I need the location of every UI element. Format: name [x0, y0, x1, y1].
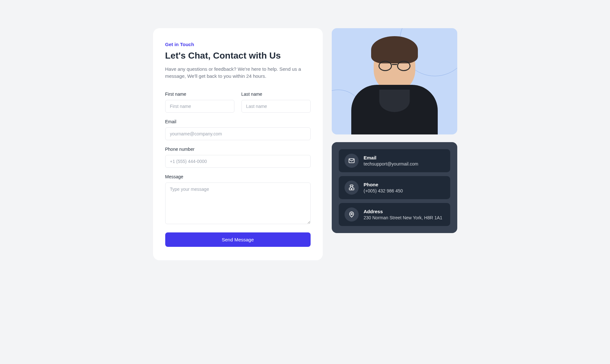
contact-info-text: Email techsupport@yourmail.com	[364, 155, 419, 166]
first-name-group: First name	[165, 92, 234, 113]
map-pin-icon	[345, 207, 359, 222]
phone-group: Phone number	[165, 147, 311, 168]
contact-value: (+005) 432 986 450	[364, 188, 403, 193]
page-title: Let's Chat, Contact with Us	[165, 50, 311, 61]
name-row: First name Last name	[165, 92, 311, 113]
contact-label: Address	[364, 209, 443, 214]
contact-info-card: Email techsupport@yourmail.com Phone (+0…	[332, 142, 457, 233]
send-message-button[interactable]: Send Message	[165, 232, 311, 247]
svg-rect-1	[350, 185, 353, 187]
mail-icon	[345, 154, 359, 168]
contact-info-text: Phone (+005) 432 986 450	[364, 182, 403, 193]
phone-label: Phone number	[165, 147, 311, 152]
right-column: Email techsupport@yourmail.com Phone (+0…	[332, 28, 457, 260]
email-label: Email	[165, 119, 311, 124]
first-name-label: First name	[165, 92, 234, 97]
profile-image-card	[332, 28, 457, 134]
contact-item-phone: Phone (+005) 432 986 450	[339, 176, 450, 199]
person-illustration	[351, 41, 438, 134]
last-name-input[interactable]	[241, 100, 311, 113]
contact-value: 230 Norman Street New York, H8R 1A1	[364, 215, 443, 220]
page-description: Have any questions or feedback? We're he…	[165, 66, 311, 80]
contact-value: techsupport@yourmail.com	[364, 161, 419, 166]
eyebrow-text: Get in Touch	[165, 42, 311, 47]
contact-label: Phone	[364, 182, 403, 187]
contact-item-address: Address 230 Norman Street New York, H8R …	[339, 203, 450, 226]
last-name-label: Last name	[241, 92, 311, 97]
contact-page-container: Get in Touch Let's Chat, Contact with Us…	[153, 28, 457, 260]
message-group: Message	[165, 174, 311, 225]
last-name-group: Last name	[241, 92, 311, 113]
contact-label: Email	[364, 155, 419, 160]
first-name-input[interactable]	[165, 100, 234, 113]
contact-info-text: Address 230 Norman Street New York, H8R …	[364, 209, 443, 220]
message-textarea[interactable]	[165, 182, 311, 224]
phone-field[interactable]	[165, 155, 311, 168]
svg-point-2	[351, 188, 352, 189]
email-group: Email	[165, 119, 311, 140]
email-field[interactable]	[165, 127, 311, 140]
svg-point-3	[351, 213, 352, 215]
phone-icon	[345, 181, 359, 195]
contact-form-card: Get in Touch Let's Chat, Contact with Us…	[153, 28, 323, 260]
message-label: Message	[165, 174, 311, 179]
contact-item-email: Email techsupport@yourmail.com	[339, 149, 450, 172]
